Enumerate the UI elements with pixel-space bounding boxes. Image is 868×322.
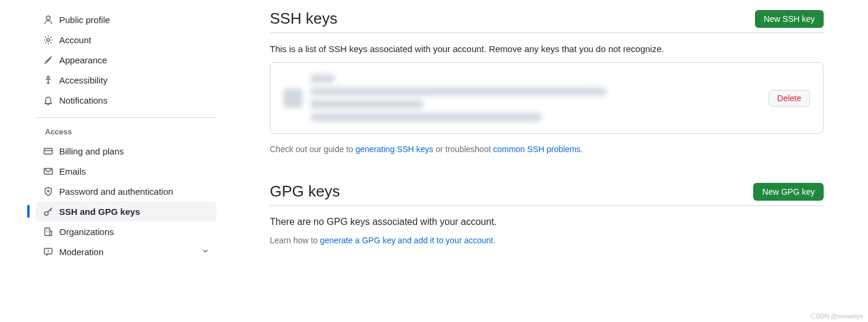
sidebar-item-organizations[interactable]: Organizations [36, 221, 217, 242]
sidebar-item-label: Emails [59, 166, 209, 176]
svg-rect-7 [44, 228, 50, 236]
sidebar-group-access: Access [36, 123, 217, 141]
key-icon [43, 206, 53, 217]
mail-icon [43, 166, 53, 176]
sidebar-item-notifications[interactable]: Notifications [36, 90, 217, 110]
sidebar-item-billing[interactable]: Billing and plans [36, 141, 217, 161]
svg-point-6 [44, 211, 48, 215]
sidebar-item-label: Password and authentication [59, 186, 209, 197]
bell-icon [43, 95, 53, 105]
ssh-keys-title: SSH keys [270, 9, 337, 28]
chevron-down-icon [201, 247, 209, 257]
sidebar-item-label: Public profile [59, 15, 209, 25]
gpg-section-header: GPG keys New GPG key [270, 182, 824, 206]
sidebar-item-accessibility[interactable]: Accessibility [36, 70, 217, 90]
sidebar-item-ssh-gpg-keys[interactable]: SSH and GPG keys [36, 201, 217, 221]
ssh-keys-description: This is a list of SSH keys associated wi… [270, 44, 824, 54]
svg-point-1 [47, 38, 50, 41]
svg-point-0 [46, 16, 50, 20]
sidebar-item-label: Notifications [59, 95, 209, 105]
key-glyph [283, 89, 302, 108]
organization-icon [43, 226, 53, 237]
common-ssh-problems-link[interactable]: common SSH problems [493, 144, 580, 154]
sidebar-item-label: Organizations [59, 227, 209, 237]
person-icon [43, 14, 53, 25]
generate-gpg-key-link[interactable]: generate a GPG key and add it to your ac… [320, 236, 493, 245]
gpg-empty-state: There are no GPG keys associated with yo… [270, 217, 824, 227]
new-gpg-key-button[interactable]: New GPG key [753, 183, 824, 201]
gpg-keys-title: GPG keys [270, 182, 340, 201]
sidebar-item-label: Billing and plans [59, 146, 209, 156]
sidebar-item-password[interactable]: Password and authentication [36, 181, 217, 201]
sidebar-item-appearance[interactable]: Appearance [36, 50, 217, 70]
paintbrush-icon [43, 54, 53, 65]
gear-icon [43, 34, 53, 45]
report-icon [43, 246, 53, 257]
sidebar-item-label: Appearance [59, 55, 209, 65]
sidebar-item-label: SSH and GPG keys [59, 207, 209, 217]
sidebar-item-label: Moderation [59, 247, 195, 257]
ssh-section-header: SSH keys New SSH key [270, 9, 824, 33]
ssh-help-text: Check out our guide to generating SSH ke… [270, 144, 824, 154]
sidebar-item-account[interactable]: Account [36, 30, 217, 50]
settings-sidebar: Public profile Account Appearance Access… [0, 9, 228, 273]
sidebar-item-public-profile[interactable]: Public profile [36, 9, 217, 30]
generating-ssh-keys-link[interactable]: generating SSH keys [356, 144, 434, 154]
accessibility-icon [43, 75, 53, 85]
sidebar-item-label: Account [59, 35, 209, 45]
gpg-help-text: Learn how to generate a GPG key and add … [270, 236, 824, 245]
svg-rect-3 [44, 148, 52, 154]
sidebar-divider [36, 117, 217, 118]
new-ssh-key-button[interactable]: New SSH key [755, 10, 824, 28]
sidebar-item-emails[interactable]: Emails [36, 161, 217, 181]
main-content: SSH keys New SSH key This is a list of S… [228, 9, 838, 273]
shield-lock-icon [43, 186, 53, 197]
svg-point-5 [47, 190, 49, 192]
ssh-key-item: Delete [270, 62, 824, 134]
credit-card-icon [43, 146, 53, 156]
sidebar-item-label: Accessibility [59, 75, 209, 85]
ssh-key-details-redacted [311, 75, 760, 121]
svg-point-2 [47, 76, 49, 78]
sidebar-item-moderation[interactable]: Moderation [36, 242, 217, 262]
delete-ssh-key-button[interactable]: Delete [769, 90, 810, 107]
